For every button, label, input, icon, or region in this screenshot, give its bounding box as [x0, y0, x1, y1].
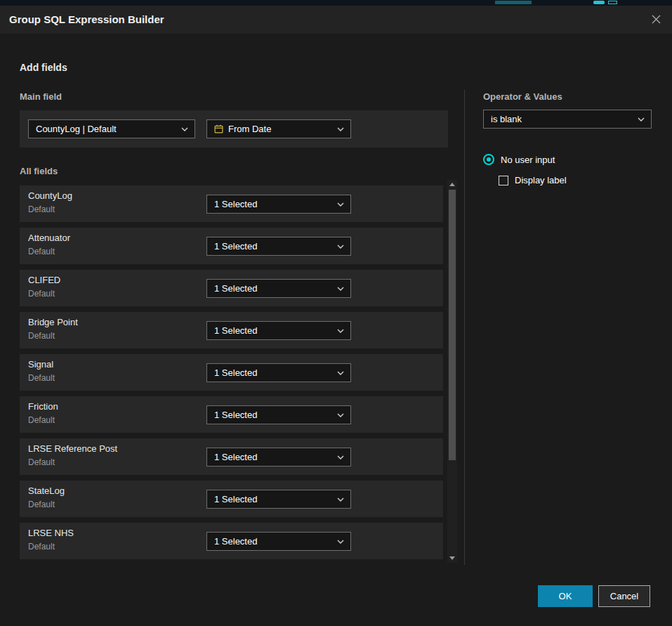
scroll-down-icon[interactable]	[449, 556, 455, 560]
chevron-down-icon	[181, 127, 188, 131]
display-label-checkbox[interactable]: Display label	[499, 175, 567, 185]
field-row: LRSE NHS Default 1 Selected	[20, 523, 443, 559]
no-user-input-radio[interactable]: No user input	[483, 154, 555, 165]
field-row: Bridge Point Default 1 Selected	[20, 312, 443, 348]
field-selected-value: 1 Selected	[214, 199, 331, 209]
app-behind-fragment	[608, 1, 617, 4]
field-source: Default	[28, 500, 55, 509]
main-field-label: Main field	[20, 91, 62, 102]
field-selected-dropdown[interactable]: 1 Selected	[206, 363, 351, 382]
field-selected-dropdown[interactable]: 1 Selected	[206, 195, 351, 214]
chevron-down-icon	[337, 329, 344, 333]
app-behind-fragment	[495, 1, 532, 4]
field-selected-value: 1 Selected	[214, 494, 331, 504]
field-source: Default	[28, 373, 55, 383]
operator-values-label: Operator & Values	[483, 91, 562, 102]
calendar-icon	[214, 124, 223, 133]
field-source: Default	[28, 542, 55, 552]
field-row: Friction Default 1 Selected	[20, 396, 443, 433]
dialog-title: Group SQL Expression Builder	[9, 6, 164, 34]
field-row: LRSE Reference Post Default 1 Selected	[20, 438, 443, 475]
field-name: StateLog	[28, 485, 65, 496]
vertical-divider	[464, 90, 465, 565]
field-selected-dropdown[interactable]: 1 Selected	[206, 532, 351, 551]
scroll-up-icon[interactable]	[449, 183, 455, 186]
operator-select-value: is blank	[491, 114, 632, 124]
app-behind-fragment	[593, 1, 605, 4]
all-fields-label: All fields	[20, 166, 58, 176]
field-selected-value: 1 Selected	[214, 410, 331, 420]
field-name: Attenuator	[28, 233, 70, 243]
field-name: Bridge Point	[28, 317, 78, 327]
date-field-select[interactable]: From Date	[206, 119, 351, 138]
group-sql-expression-builder-dialog: Group SQL Expression Builder Add fields …	[0, 6, 672, 626]
chevron-down-icon	[337, 244, 344, 249]
field-source: Default	[28, 331, 55, 341]
radio-selected-icon	[483, 154, 494, 165]
field-selected-value: 1 Selected	[214, 536, 331, 547]
chevron-down-icon	[638, 117, 645, 122]
operator-select[interactable]: is blank	[483, 110, 652, 129]
field-source: Default	[28, 204, 55, 214]
ok-button[interactable]: OK	[538, 585, 593, 607]
chevron-down-icon	[337, 413, 344, 417]
field-row: CLIFED Default 1 Selected	[20, 270, 443, 306]
field-selected-dropdown[interactable]: 1 Selected	[206, 448, 351, 467]
chevron-down-icon	[337, 127, 344, 131]
field-name: LRSE Reference Post	[28, 443, 117, 454]
field-name: Friction	[28, 401, 58, 412]
underlying-app-strip	[0, 0, 672, 6]
field-selected-dropdown[interactable]: 1 Selected	[206, 490, 351, 509]
field-name: LRSE NHS	[28, 528, 74, 538]
main-field-panel: CountyLog | Default From Date	[20, 110, 448, 148]
dialog-header: Group SQL Expression Builder	[0, 6, 672, 34]
chevron-down-icon	[337, 497, 344, 502]
layer-select-value: CountyLog | Default	[36, 124, 176, 134]
date-field-select-value: From Date	[228, 124, 331, 134]
display-label-text: Display label	[515, 175, 567, 185]
chevron-down-icon	[337, 287, 344, 291]
field-row: Attenuator Default 1 Selected	[20, 228, 443, 264]
field-source: Default	[28, 415, 55, 425]
field-selected-value: 1 Selected	[214, 241, 331, 252]
checkbox-unchecked-icon	[499, 176, 508, 185]
chevron-down-icon	[337, 455, 344, 459]
chevron-down-icon	[337, 540, 344, 544]
field-source: Default	[28, 457, 55, 467]
field-row: Signal Default 1 Selected	[20, 354, 443, 391]
field-selected-value: 1 Selected	[214, 325, 331, 336]
field-name: CountyLog	[28, 190, 72, 201]
field-source: Default	[28, 289, 55, 299]
close-button[interactable]	[649, 13, 663, 27]
field-name: Signal	[28, 359, 53, 370]
field-selected-dropdown[interactable]: 1 Selected	[206, 237, 351, 256]
field-selected-dropdown[interactable]: 1 Selected	[206, 321, 351, 340]
field-source: Default	[28, 247, 55, 256]
layer-select[interactable]: CountyLog | Default	[28, 119, 195, 138]
cancel-button[interactable]: Cancel	[598, 585, 650, 607]
vertical-scrollbar[interactable]	[447, 180, 457, 563]
no-user-input-label: No user input	[501, 155, 555, 165]
field-selected-dropdown[interactable]: 1 Selected	[206, 279, 351, 298]
field-selected-dropdown[interactable]: 1 Selected	[206, 405, 351, 424]
field-name: CLIFED	[28, 275, 60, 285]
chevron-down-icon	[337, 371, 344, 375]
section-title-add-fields: Add fields	[20, 62, 67, 73]
close-icon	[651, 14, 661, 27]
field-row: StateLog Default 1 Selected	[20, 481, 443, 517]
field-selected-value: 1 Selected	[214, 452, 331, 462]
field-selected-value: 1 Selected	[214, 283, 331, 294]
field-row: CountyLog Default 1 Selected	[20, 185, 443, 222]
chevron-down-icon	[337, 202, 344, 207]
field-selected-value: 1 Selected	[214, 367, 331, 378]
scrollbar-thumb[interactable]	[449, 190, 456, 460]
all-fields-list: CountyLog Default 1 Selected Attenuator …	[20, 185, 443, 565]
